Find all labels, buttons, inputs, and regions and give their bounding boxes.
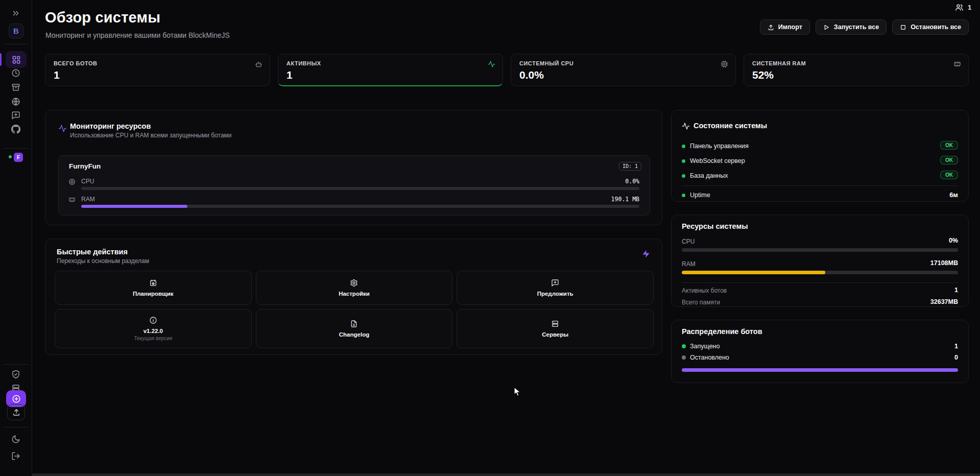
stop-all-button[interactable]: Остановить все — [892, 19, 969, 35]
sidebar-divider — [4, 148, 28, 149]
theme-toggle-button[interactable] — [11, 435, 20, 444]
sidebar-item-web[interactable] — [11, 97, 20, 106]
activity-icon — [488, 60, 495, 68]
status-badge: OK — [940, 171, 958, 179]
upload-icon — [768, 24, 774, 31]
header-actions: Импорт Запустить все Остановить все — [760, 19, 969, 35]
status-row-database: База данных OK — [682, 172, 958, 181]
quick-action-label: Настройки — [339, 291, 370, 297]
app-logo[interactable]: B — [9, 23, 23, 38]
bot-cpu-progressbar — [81, 187, 639, 190]
uptime-value: 6м — [949, 191, 958, 199]
sidebar-expand-button[interactable] — [11, 9, 20, 18]
memory-stick-icon — [68, 196, 76, 203]
stopped-dot — [682, 355, 686, 360]
stat-label: АКТИВНЫХ — [286, 60, 494, 66]
status-label: Панель управления — [690, 142, 749, 150]
quick-action-version[interactable]: v1.22.0 Текущая версия — [55, 309, 252, 348]
bot-avatar-letter: F — [17, 155, 20, 160]
active-bots-label: Активных ботов — [682, 287, 727, 294]
sidebar-item-dashboard[interactable] — [6, 51, 27, 68]
running-dot — [682, 344, 686, 348]
panel-subtitle: Использование CPU и RAM всеми запущенным… — [70, 132, 232, 139]
sidebar-item-feedback[interactable] — [11, 111, 20, 120]
status-row-panel: Панель управления OK — [682, 142, 958, 151]
online-users-indicator: 1 — [955, 3, 971, 12]
bot-online-dot — [9, 155, 12, 158]
stat-card-system-ram: СИСТЕМНАЯ RAM 52% — [744, 54, 969, 86]
active-nav-indicator — [0, 53, 2, 66]
globe-icon — [11, 97, 20, 106]
bot-avatar[interactable]: F — [14, 153, 23, 162]
panel-subtitle: Переходы к основным разделам — [57, 257, 149, 265]
bot-icon — [255, 60, 262, 68]
quick-action-servers[interactable]: Серверы — [457, 309, 654, 348]
quick-action-label: Планировщик — [133, 291, 174, 297]
quick-action-scheduler[interactable]: Планировщик — [55, 271, 252, 305]
clock-icon — [11, 68, 20, 78]
distribution-row-running: Запущено 1 — [682, 343, 958, 351]
logout-button[interactable] — [11, 451, 20, 461]
activity-icon — [682, 122, 690, 130]
bot-id-badge: ID: 1 — [619, 162, 641, 171]
panel-title: Состояние системы — [694, 122, 767, 130]
distribution-bar-fill — [682, 368, 958, 372]
stat-card-total-bots: ВСЕГО БОТОВ 1 — [45, 54, 270, 86]
bot-ram-progressbar — [81, 205, 639, 208]
horizontal-scrollbar[interactable] — [32, 473, 980, 476]
start-all-button[interactable]: Запустить все — [816, 19, 887, 35]
sidebar-item-github[interactable] — [11, 125, 20, 134]
zap-icon — [641, 249, 651, 258]
cpu-label: CPU — [682, 238, 695, 245]
sidebar-item-archive[interactable] — [11, 83, 20, 92]
quick-action-label: Changelog — [339, 331, 369, 338]
status-row-uptime: Uptime 6м — [682, 191, 958, 200]
bot-ram-label: RAM — [81, 196, 95, 203]
sidebar-divider — [4, 364, 28, 365]
status-label: База данных — [690, 172, 728, 179]
distribution-bar — [682, 368, 958, 372]
bot-monitor-card[interactable]: FurnyFun ID: 1 CPU 0.0% RAM 190.1 MB — [58, 155, 650, 216]
total-memory-label: Всего памяти — [682, 299, 720, 306]
page-title: Обзор системы — [45, 9, 160, 26]
stat-value: 0.0% — [519, 69, 727, 81]
quick-action-label: v1.22.0 — [144, 328, 163, 334]
quick-actions-panel: Быстрые действия Переходы к основным раз… — [45, 239, 662, 355]
message-square-plus-icon — [11, 111, 20, 120]
total-memory-value: 32637MB — [930, 298, 958, 305]
quick-action-settings[interactable]: Настройки — [256, 271, 453, 305]
bot-name: FurnyFun — [69, 162, 101, 170]
play-icon — [823, 24, 830, 31]
status-dot — [682, 159, 685, 163]
running-label: Запущено — [690, 343, 720, 350]
panel-title: Мониторинг ресурсов — [70, 122, 151, 130]
import-button[interactable]: Импорт — [760, 19, 810, 35]
start-all-button-label: Запустить все — [834, 23, 879, 31]
quick-action-changelog[interactable]: Changelog — [256, 309, 453, 348]
status-row-websocket: WebSocket сервер OK — [682, 157, 958, 166]
stat-card-system-cpu: СИСТЕМНЫЙ CPU 0.0% — [511, 54, 736, 86]
status-dot — [682, 174, 685, 178]
bot-ram-progress-fill — [81, 205, 187, 208]
sidebar-item-admin[interactable] — [11, 370, 20, 379]
stat-label: СИСТЕМНЫЙ CPU — [519, 60, 727, 66]
dashboard-page: B — [0, 0, 980, 476]
mouse-cursor — [514, 387, 522, 397]
status-label: WebSocket сервер — [690, 157, 745, 164]
ram-progressbar — [682, 271, 958, 274]
stat-label: ВСЕГО БОТОВ — [54, 60, 261, 66]
ram-value: 17108MB — [930, 259, 958, 267]
online-users-count: 1 — [968, 4, 971, 11]
quick-action-suggest[interactable]: Предложить — [457, 271, 654, 305]
sidebar-item-scheduler[interactable] — [11, 68, 20, 78]
system-status-panel: Состояние системы Панель управления OK W… — [671, 110, 969, 202]
stat-card-active-bots: АКТИВНЫХ 1 — [278, 54, 503, 86]
import-bot-button[interactable] — [7, 404, 25, 420]
bot-distribution-panel: Распределение ботов Запущено 1 Остановле… — [671, 320, 969, 383]
stopped-label: Остановлено — [690, 354, 729, 361]
resource-monitoring-panel: Мониторинг ресурсов Использование CPU и … — [45, 110, 662, 225]
sidebar-divider — [4, 427, 28, 427]
cpu-progressbar — [682, 248, 958, 252]
ram-label: RAM — [682, 260, 696, 268]
stat-value: 52% — [752, 69, 960, 81]
